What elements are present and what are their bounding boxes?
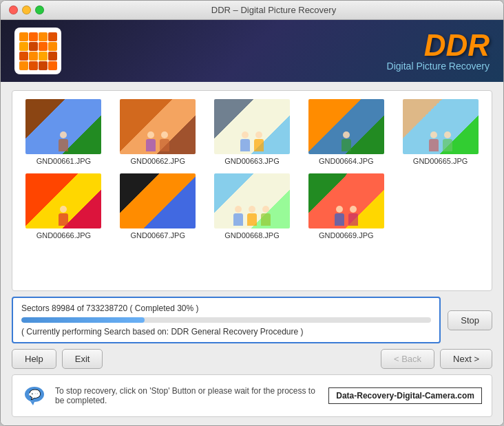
stop-button-wrap: Stop <box>448 297 492 343</box>
progress-bar-fill <box>21 317 145 323</box>
website-badge: Data-Recovery-Digital-Camera.com <box>328 387 482 404</box>
svg-point-3 <box>29 393 32 396</box>
svg-point-4 <box>33 393 36 396</box>
thumbnail-panel: GND00661.JPG GND00662.JPG GND00663.JPG <box>12 90 492 291</box>
header-branding: DDR Digital Picture Recovery <box>387 30 490 72</box>
window-title: DDR – Digital Picture Recovery <box>52 5 495 15</box>
thumbnail-grid-row1: GND00661.JPG GND00662.JPG GND00663.JPG <box>21 99 483 165</box>
thumbnail-filename: GND00665.JPG <box>413 157 468 165</box>
list-item: GND00667.JPG <box>115 173 201 239</box>
stop-button[interactable]: Stop <box>448 310 492 330</box>
app-logo <box>14 28 61 74</box>
info-panel: 💬 To stop recovery, click on 'Stop' Butt… <box>12 374 492 417</box>
thumbnail-grid-row2: GND00666.JPG GND00667.JPG GND00668.JPG <box>21 173 483 239</box>
thumbnail-image <box>214 173 290 228</box>
thumbnail-image <box>308 99 384 154</box>
list-item: GND00665.JPG <box>397 99 483 165</box>
thumbnail-image <box>25 99 101 154</box>
progress-area: Sectors 89984 of 733238720 ( Completed 3… <box>12 297 441 343</box>
maximize-button[interactable] <box>35 6 44 14</box>
progress-bar <box>21 317 431 323</box>
thumbnail-image <box>120 99 196 154</box>
thumbnail-filename: GND00661.JPG <box>36 157 91 165</box>
navigation-buttons: Help Exit < Back Next > <box>12 349 492 369</box>
thumbnail-filename: GND00667.JPG <box>130 231 185 239</box>
list-item: GND00661.JPG <box>21 99 107 165</box>
thumbnail-filename: GND00668.JPG <box>224 231 279 239</box>
thumbnail-filename: GND00662.JPG <box>130 157 185 165</box>
list-item: GND00664.JPG <box>303 99 389 165</box>
thumbnail-filename: GND00664.JPG <box>319 157 373 165</box>
back-button[interactable]: < Back <box>381 349 434 369</box>
sectors-text: Sectors 89984 of 733238720 ( Completed 3… <box>21 303 431 313</box>
app-window: DDR – Digital Picture Recovery <box>0 0 504 426</box>
svg-marker-1 <box>30 401 34 405</box>
list-item: GND00666.JPG <box>21 173 107 239</box>
thumbnail-image <box>25 173 101 228</box>
thumbnail-image <box>214 99 290 154</box>
info-icon: 💬 <box>22 383 47 408</box>
minimize-button[interactable] <box>22 6 31 14</box>
thumbnail-filename: GND00669.JPG <box>319 231 373 239</box>
exit-button[interactable]: Exit <box>62 349 103 369</box>
list-item: GND00669.JPG <box>303 173 389 239</box>
thumbnail-image <box>120 173 196 228</box>
ddr-subtitle: Digital Picture Recovery <box>387 61 490 72</box>
help-button[interactable]: Help <box>12 349 56 369</box>
close-button[interactable] <box>9 6 18 14</box>
thumbnail-image <box>308 173 384 228</box>
window-controls <box>9 6 44 14</box>
svg-point-5 <box>37 393 40 396</box>
progress-status-text: ( Currently performing Search based on: … <box>21 327 431 337</box>
list-item: GND00668.JPG <box>209 173 295 239</box>
header-banner: DDR Digital Picture Recovery <box>1 20 503 82</box>
list-item: GND00663.JPG <box>209 99 295 165</box>
progress-stop-row: Sectors 89984 of 733238720 ( Completed 3… <box>12 297 492 343</box>
thumbnail-image <box>403 99 479 154</box>
list-item <box>397 173 483 239</box>
titlebar: DDR – Digital Picture Recovery <box>1 1 503 20</box>
info-message: To stop recovery, click on 'Stop' Button… <box>55 386 320 405</box>
ddr-logo-text: DDR <box>387 30 490 61</box>
main-content: GND00661.JPG GND00662.JPG GND00663.JPG <box>1 82 503 425</box>
thumbnail-filename: GND00663.JPG <box>224 157 279 165</box>
thumbnail-filename: GND00666.JPG <box>36 231 91 239</box>
list-item: GND00662.JPG <box>115 99 201 165</box>
next-button[interactable]: Next > <box>440 349 492 369</box>
